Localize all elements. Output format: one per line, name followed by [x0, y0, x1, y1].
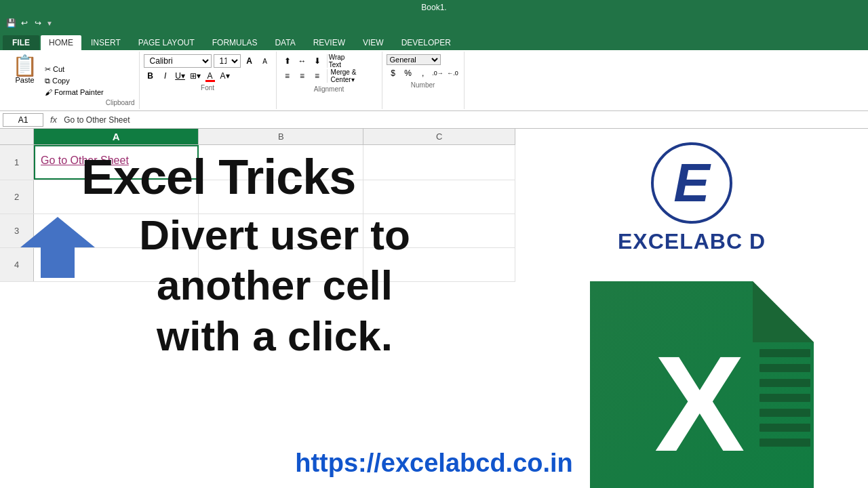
clipboard-group-label: Clipboard	[106, 99, 135, 106]
format-painter-button[interactable]: 🖌 Format Painter	[43, 87, 106, 97]
font-row2: B I U▾ ⊞▾ A A▾	[144, 69, 272, 83]
svg-rect-7	[760, 424, 810, 432]
number-buttons-row: $ % , .0→ ←.0	[387, 66, 460, 80]
fx-label: fx	[46, 115, 61, 125]
cell-b4[interactable]	[199, 248, 363, 281]
cell-b3[interactable]	[199, 214, 363, 247]
cell-a2[interactable]	[34, 180, 199, 214]
increase-decimal-button[interactable]: ←.0	[446, 66, 460, 80]
align-left-button[interactable]: ≡	[281, 69, 294, 83]
formula-input[interactable]	[64, 115, 865, 125]
alignment-row1: ⬆ ↔ ⬇ Wrap Text	[281, 54, 378, 68]
brand-logo-letter: E	[673, 152, 709, 214]
fill-color-icon: A	[208, 71, 213, 81]
svg-rect-3	[760, 364, 810, 372]
column-header-b[interactable]: B	[199, 129, 363, 144]
underline-button[interactable]: U▾	[174, 69, 187, 83]
currency-button[interactable]: $	[387, 66, 400, 80]
fill-color-button[interactable]: A	[203, 69, 217, 83]
table-row: 1 Go to Other Sheet	[0, 145, 515, 180]
font-group: Calibri 11 A A B I U▾ ⊞▾ A A▾ Font	[140, 52, 277, 109]
spreadsheet-area: A B C 1 Go to Other Sheet 2 3	[0, 129, 515, 488]
alignment-group: ⬆ ↔ ⬇ Wrap Text ≡ ≡ ≡ Merge & Center▾ Al…	[277, 52, 382, 109]
decrease-font-size-button[interactable]: A	[258, 54, 272, 68]
paste-label: Paste	[15, 76, 34, 84]
column-header-a[interactable]: A	[34, 129, 199, 144]
cell-a4[interactable]	[34, 248, 199, 281]
ribbon-tabs: FILE HOME INSERT PAGE LAYOUT FORMULAS DA…	[0, 31, 868, 50]
middle-align-button[interactable]: ↔	[296, 54, 309, 68]
tab-view[interactable]: VIEW	[355, 35, 392, 50]
bold-button[interactable]: B	[144, 69, 157, 83]
alignment-group-label: Alignment	[281, 85, 378, 93]
copy-label: Copy	[52, 77, 70, 85]
border-button[interactable]: ⊞▾	[189, 69, 202, 83]
cell-b1[interactable]	[199, 145, 363, 180]
wrap-text-button[interactable]: Wrap Text	[330, 54, 344, 68]
copy-button[interactable]: ⧉ Copy	[43, 76, 106, 86]
save-icon[interactable]: 💾	[5, 18, 16, 28]
merge-center-button[interactable]: Merge & Center▾	[330, 69, 378, 83]
format-painter-icon: 🖌	[45, 88, 52, 96]
row-header-2[interactable]: 2	[0, 180, 34, 214]
increase-font-size-button[interactable]: A	[243, 54, 256, 68]
cut-label: Cut	[53, 65, 64, 73]
percent-button[interactable]: %	[401, 66, 415, 80]
cell-c3[interactable]	[363, 214, 515, 247]
font-color-button[interactable]: A▾	[218, 69, 232, 83]
table-row: 3	[0, 214, 515, 248]
undo-icon[interactable]: ↩	[19, 18, 30, 28]
font-group-label: Font	[144, 84, 272, 92]
cell-c1[interactable]	[363, 145, 515, 180]
main-area: A B C 1 Go to Other Sheet 2 3	[0, 129, 868, 488]
number-format-row: General	[387, 54, 460, 65]
tab-insert[interactable]: INSERT	[83, 35, 129, 50]
clipboard-group: 📋 Paste ✂ Cut ⧉ Copy 🖌 Format Painter Cl…	[3, 52, 140, 109]
cell-a1-value: Go to Other Sheet	[38, 148, 195, 174]
tab-home[interactable]: HOME	[41, 35, 81, 50]
cell-reference-box[interactable]	[3, 113, 43, 127]
cut-button[interactable]: ✂ Cut	[43, 64, 106, 75]
cell-c2[interactable]	[363, 180, 515, 214]
tab-file[interactable]: FILE	[3, 35, 39, 50]
quick-access-toolbar: 💾 ↩ ↪ ▼	[0, 15, 868, 31]
tab-data[interactable]: DATA	[267, 35, 303, 50]
font-size-select[interactable]: 11	[214, 54, 241, 68]
align-right-button[interactable]: ≡	[311, 69, 324, 83]
font-name-select[interactable]: Calibri	[144, 54, 212, 68]
row-header-4[interactable]: 4	[0, 248, 34, 281]
alignment-row2: ≡ ≡ ≡ Merge & Center▾	[281, 69, 378, 83]
number-format-select[interactable]: General	[387, 54, 441, 65]
number-group: General $ % , .0→ ←.0 Number	[382, 52, 465, 109]
cell-a3[interactable]	[34, 214, 199, 247]
tab-formulas[interactable]: FORMULAS	[204, 35, 266, 50]
tab-review[interactable]: REVIEW	[305, 35, 353, 50]
redo-icon[interactable]: ↪	[33, 18, 43, 28]
cell-b2[interactable]	[199, 180, 363, 214]
svg-rect-8	[760, 439, 810, 447]
italic-button[interactable]: I	[159, 69, 172, 83]
comma-button[interactable]: ,	[416, 66, 430, 80]
column-headers: A B C	[0, 129, 515, 145]
align-center-button[interactable]: ≡	[296, 69, 309, 83]
table-row: 2	[0, 180, 515, 214]
bottom-align-button[interactable]: ⬇	[311, 54, 324, 68]
row-header-3[interactable]: 3	[0, 214, 34, 247]
tab-pagelayout[interactable]: PAGE LAYOUT	[130, 35, 203, 50]
title-bar: Book1.	[0, 0, 868, 15]
column-header-c[interactable]: C	[363, 129, 515, 144]
clipboard-small-buttons: ✂ Cut ⧉ Copy 🖌 Format Painter	[43, 54, 106, 106]
svg-rect-6	[760, 409, 810, 417]
decrease-decimal-button[interactable]: .0→	[431, 66, 445, 80]
tab-developer[interactable]: DEVELOPER	[393, 35, 459, 50]
table-row: 4	[0, 248, 515, 282]
cell-c4[interactable]	[363, 248, 515, 281]
number-group-label: Number	[387, 81, 460, 89]
align-divider2	[327, 69, 328, 83]
row-header-1[interactable]: 1	[0, 145, 34, 180]
svg-rect-4	[760, 379, 810, 387]
brand-logo-circle: E	[651, 142, 732, 224]
cell-a1[interactable]: Go to Other Sheet	[34, 145, 199, 180]
top-align-button[interactable]: ⬆	[281, 54, 294, 68]
paste-button[interactable]: 📋 Paste	[7, 54, 43, 106]
